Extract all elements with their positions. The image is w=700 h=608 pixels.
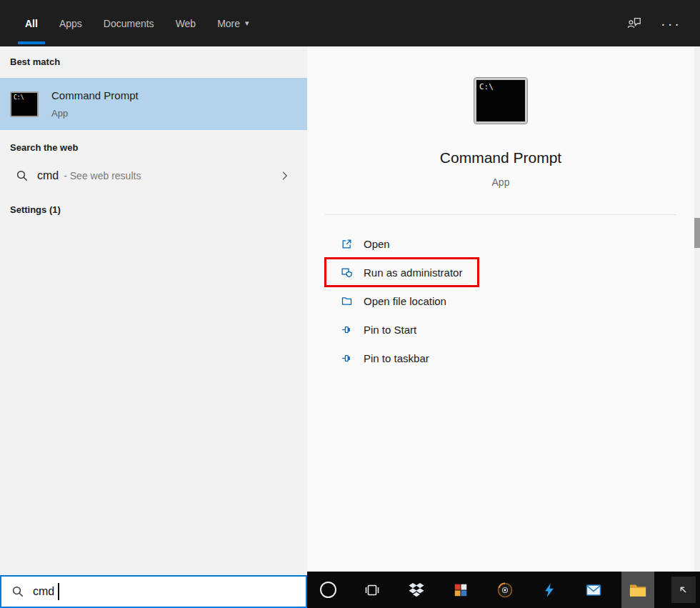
tab-web-label: Web (176, 18, 196, 29)
pin-icon (341, 352, 353, 364)
lightning-app-icon (541, 582, 557, 598)
cmd-icon-text: C:\ (14, 94, 24, 101)
dropbox-icon (408, 582, 425, 599)
ellipsis-icon[interactable]: ··· (661, 16, 681, 31)
best-match-title: Command Prompt (51, 89, 139, 101)
tray-expand-icon (677, 584, 690, 597)
file-explorer-button[interactable] (621, 572, 654, 608)
action-open-file-location[interactable]: Open file location (325, 286, 479, 315)
filter-tabs: All Apps Documents Web More ▾ (14, 0, 260, 46)
chevron-down-icon: ▾ (245, 19, 249, 28)
grid-app-button[interactable] (444, 572, 477, 608)
search-web-header: Search the web (10, 142, 78, 153)
web-result-query: cmd (37, 169, 59, 182)
folder-location-icon (341, 295, 353, 307)
preview-app-title: Command Prompt (307, 149, 694, 166)
tray-expand-button[interactable] (671, 577, 696, 603)
action-open-label: Open (364, 238, 390, 250)
dropbox-button[interactable] (400, 572, 433, 608)
cmd-icon-text: C:\ (479, 82, 494, 91)
search-input[interactable] (33, 585, 269, 598)
task-view-button[interactable] (356, 572, 389, 608)
file-explorer-icon (628, 580, 648, 600)
action-open-file-location-label: Open file location (364, 295, 446, 307)
admin-shield-icon (341, 266, 353, 279)
cortana-button[interactable] (311, 572, 344, 608)
search-icon (11, 585, 24, 598)
tab-documents-label: Documents (104, 18, 154, 29)
command-prompt-icon: C:\ (10, 91, 39, 117)
lens-app-button[interactable] (489, 572, 521, 608)
tab-apps[interactable]: Apps (49, 0, 93, 46)
search-top-bar: All Apps Documents Web More ▾ ··· (0, 0, 700, 46)
cortana-icon (320, 582, 336, 598)
grid-app-icon (453, 582, 469, 598)
topbar-actions: ··· (626, 0, 700, 46)
tab-documents[interactable]: Documents (93, 0, 165, 46)
action-pin-to-taskbar-label: Pin to taskbar (364, 352, 429, 364)
best-match-subtitle: App (51, 108, 139, 119)
web-result-row[interactable]: cmd - See web results (0, 159, 307, 192)
context-actions: Open Run as administrator Open file loca… (325, 229, 479, 372)
tab-more-label: More (217, 18, 240, 29)
scrollbar-thumb[interactable] (694, 218, 700, 248)
results-panel: Best match C:\ Command Prompt App Search… (0, 46, 307, 575)
scrollbar-track[interactable] (694, 46, 700, 572)
search-icon (16, 169, 29, 182)
text-caret (58, 583, 59, 600)
best-match-header: Best match (10, 56, 60, 67)
preview-app-subtitle: App (307, 176, 694, 188)
action-run-as-administrator[interactable]: Run as administrator (325, 258, 479, 286)
lens-app-icon (496, 582, 514, 599)
pin-icon (341, 324, 353, 336)
action-run-as-administrator-label: Run as administrator (364, 266, 462, 279)
tab-all-label: All (25, 18, 38, 29)
tab-all[interactable]: All (14, 0, 49, 46)
web-result-suffix: - See web results (64, 170, 141, 181)
best-match-result-command-prompt[interactable]: C:\ Command Prompt App (0, 78, 307, 130)
chevron-right-icon[interactable] (279, 170, 290, 181)
command-prompt-icon-large: C:\ (474, 78, 527, 124)
action-pin-to-start[interactable]: Pin to Start (325, 315, 479, 344)
tab-web[interactable]: Web (165, 0, 207, 46)
mail-button[interactable] (577, 572, 610, 608)
preview-panel: C:\ Command Prompt App Open Run as adm (307, 46, 694, 572)
taskbar-search-box[interactable] (0, 575, 307, 608)
taskbar (307, 572, 700, 608)
feedback-icon[interactable] (626, 16, 642, 31)
mail-icon (585, 582, 602, 599)
divider (325, 214, 676, 215)
best-match-texts: Command Prompt App (51, 89, 139, 119)
settings-header: Settings (1) (10, 204, 61, 215)
action-pin-to-start-label: Pin to Start (364, 324, 416, 336)
lightning-app-button[interactable] (533, 572, 566, 608)
action-pin-to-taskbar[interactable]: Pin to taskbar (325, 344, 479, 372)
action-open[interactable]: Open (325, 229, 479, 258)
open-new-window-icon (341, 238, 353, 250)
tab-more[interactable]: More ▾ (206, 0, 259, 46)
tab-apps-label: Apps (59, 18, 82, 29)
task-view-icon (364, 582, 381, 599)
